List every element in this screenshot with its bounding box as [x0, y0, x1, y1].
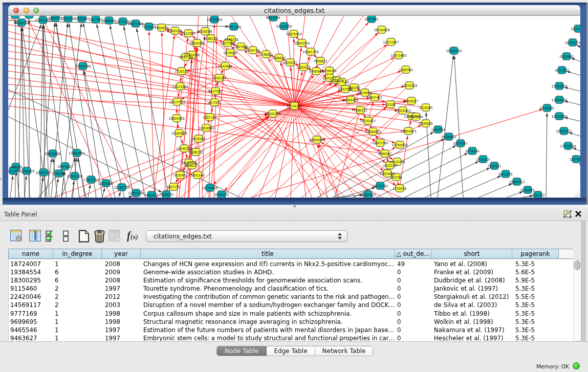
graph-edge[interactable]: [119, 192, 120, 198]
graph-edge[interactable]: [162, 33, 165, 198]
graph-node-label: 9460412: [144, 193, 158, 197]
graph-edge[interactable]: [478, 184, 512, 198]
graph-node-label: 18807249: [372, 141, 388, 145]
graph-edge[interactable]: [569, 133, 580, 136]
graph-edge[interactable]: [210, 48, 227, 198]
graph-edge[interactable]: [404, 161, 479, 198]
graph-edge[interactable]: [8, 92, 373, 132]
cell-title: Tourette syndrome. Phenomenology and cla…: [141, 285, 395, 292]
table-row[interactable]: 946362711997Embryonic stem cells: a mode…: [9, 334, 573, 342]
table-header-row[interactable]: namein_degreeyeartitle△ out_de…shortpage…: [8, 249, 573, 259]
graph-edge[interactable]: [83, 23, 124, 198]
graph-node-label: 15692971: [556, 129, 572, 133]
graph-node-label: 20364436: [342, 98, 358, 102]
table-row[interactable]: 969969511998Structural magnetic resonanc…: [9, 317, 573, 325]
graph-edge[interactable]: [102, 188, 105, 198]
graph-node-label: 12213967: [383, 40, 399, 44]
column-header-year[interactable]: year: [102, 249, 141, 258]
graph-node-label: 8990448: [309, 70, 323, 73]
cell-pagerank: 5.3E-5: [512, 318, 559, 325]
graph-node-label: 10654112: [509, 180, 525, 184]
scrollbar-thumb[interactable]: [574, 260, 580, 270]
network-canvas[interactable]: 1405572420091406988657215910041106532671…: [8, 16, 580, 198]
graph-edge[interactable]: [546, 113, 547, 198]
column-header-name[interactable]: name: [9, 249, 53, 258]
graph-edge[interactable]: [214, 16, 217, 198]
graph-edge[interactable]: [318, 144, 339, 198]
float-panel-icon[interactable]: [563, 210, 572, 218]
graph-edge[interactable]: [88, 184, 90, 198]
table-row[interactable]: 946554611997Estimation of the future num…: [9, 325, 573, 334]
graph-node-label: 16154808: [374, 28, 389, 32]
tab-network-table[interactable]: Network Table: [315, 346, 373, 356]
graph-node-label: 11127973: [571, 27, 580, 31]
graph-edge[interactable]: [571, 58, 580, 61]
unselect-all-icon[interactable]: [62, 230, 70, 244]
graph-edge[interactable]: [244, 50, 294, 106]
graph-node-label: 1546218: [224, 38, 238, 41]
column-header-in_degree[interactable]: in_degree: [53, 249, 102, 258]
table-tabs[interactable]: Node TableEdge TableNetwork Table: [216, 346, 373, 356]
column-header-pagerank[interactable]: pagerank: [512, 249, 559, 258]
cell-year: 2008: [102, 260, 141, 268]
graph-edge[interactable]: [454, 56, 463, 198]
graph-edge[interactable]: [137, 28, 169, 198]
close-panel-icon[interactable]: [575, 210, 582, 218]
select-all-icon[interactable]: [46, 230, 56, 244]
graph-edge[interactable]: [209, 25, 214, 198]
graph-edge[interactable]: [225, 106, 294, 191]
graph-edge[interactable]: [573, 148, 580, 151]
delete-column-icon[interactable]: [93, 230, 106, 245]
table-body[interactable]: 1872400712008Changes of HCN gene express…: [8, 259, 573, 342]
delete-table-icon[interactable]: [108, 230, 121, 244]
show-column-icon[interactable]: [29, 230, 41, 244]
graph-node-label: 8427552: [208, 90, 222, 93]
table-row[interactable]: 2242004622012Investigating the contribut…: [9, 292, 573, 300]
graph-edge[interactable]: [10, 176, 13, 198]
column-header-out_de[interactable]: △ out_de…: [395, 249, 432, 258]
graph-edge[interactable]: [242, 106, 294, 198]
graph-edge[interactable]: [567, 72, 580, 76]
table-row[interactable]: 1938455462009Genome-wide association stu…: [9, 268, 573, 276]
graph-node[interactable]: [25, 16, 33, 18]
table-mode-icon[interactable]: [10, 230, 23, 245]
column-header-title[interactable]: title: [141, 249, 395, 258]
cell-out_de: 0: [395, 301, 432, 309]
graph-edge[interactable]: [507, 191, 523, 198]
graph-edge[interactable]: [45, 158, 52, 198]
function-builder-icon[interactable]: f(x): [127, 229, 140, 242]
cell-title: Corpus callosum shape and size in male p…: [141, 310, 395, 317]
table-row[interactable]: 977716911998Corpus callosum shape and si…: [9, 309, 573, 317]
table-vertical-scrollbar[interactable]: [573, 259, 581, 341]
graph-edge[interactable]: [580, 33, 581, 34]
dropdown-arrows-icon: [338, 233, 342, 239]
graph-edge[interactable]: [294, 39, 294, 106]
graph-node-label: 7625402: [173, 173, 187, 177]
graph-edge[interactable]: [577, 45, 580, 47]
new-column-icon[interactable]: [78, 230, 90, 245]
table-row[interactable]: 911546021997Tourette syndrome. Phenomeno…: [9, 284, 573, 292]
table-row[interactable]: 1830029562008Estimation of significance …: [9, 276, 573, 284]
graph-edge[interactable]: [579, 163, 580, 164]
cell-title: Disruption of a novel member of a sodium…: [141, 301, 395, 309]
graph-edge[interactable]: [450, 176, 501, 198]
table-row[interactable]: 1872400712008Changes of HCN gene express…: [9, 259, 573, 268]
tab-node-table[interactable]: Node Table: [217, 346, 267, 356]
graph-edge[interactable]: [41, 178, 43, 198]
graph-node-label: 16033809: [206, 18, 222, 21]
graph-node-label: 25300275: [265, 112, 280, 116]
graph-node-label: 9857791: [166, 185, 180, 189]
graph-edge[interactable]: [269, 70, 406, 198]
table-row[interactable]: 1456911722003Disruption of a novel membe…: [9, 300, 573, 309]
graph-node[interactable]: [11, 16, 19, 18]
tab-edge-table[interactable]: Edge Table: [267, 346, 315, 356]
graph-edge[interactable]: [294, 48, 301, 106]
graph-node-label: 11864310: [360, 193, 376, 196]
graph-edge[interactable]: [251, 110, 542, 198]
graph-node-label: 9827505: [221, 41, 234, 45]
column-header-short[interactable]: short: [432, 249, 512, 258]
graph-edge[interactable]: [69, 23, 97, 198]
graph-edge[interactable]: [25, 176, 26, 198]
graph-edge[interactable]: [203, 106, 294, 198]
network-graph[interactable]: 1405572420091406988657215910041106532671…: [8, 16, 580, 198]
